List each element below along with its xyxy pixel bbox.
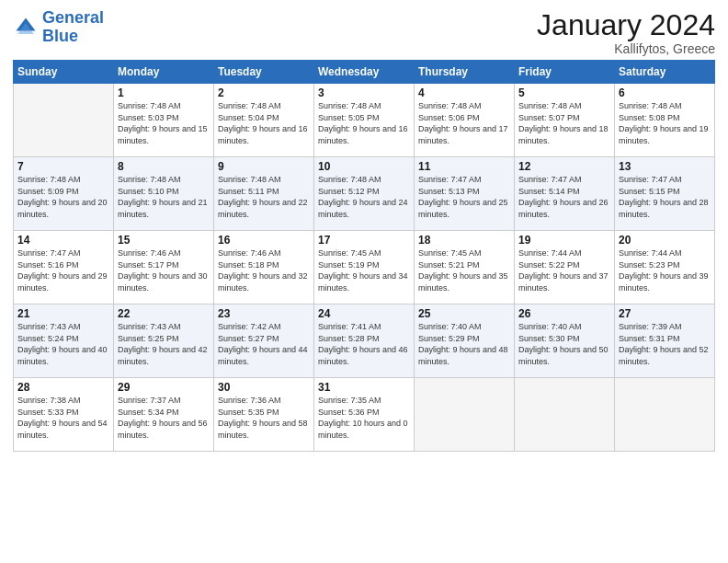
calendar-cell: 13Sunrise: 7:47 AMSunset: 5:15 PMDayligh… — [615, 157, 715, 231]
calendar-cell: 27Sunrise: 7:39 AMSunset: 5:31 PMDayligh… — [615, 304, 715, 378]
logo: General Blue — [13, 9, 104, 46]
logo-icon — [13, 15, 39, 40]
day-info: Sunrise: 7:40 AMSunset: 5:29 PMDaylight:… — [418, 321, 510, 367]
day-number: 25 — [418, 307, 510, 320]
calendar-cell: 21Sunrise: 7:43 AMSunset: 5:24 PMDayligh… — [14, 304, 114, 378]
calendar-cell — [14, 84, 114, 157]
calendar-cell: 7Sunrise: 7:48 AMSunset: 5:09 PMDaylight… — [14, 157, 114, 231]
calendar-cell: 9Sunrise: 7:48 AMSunset: 5:11 PMDaylight… — [214, 157, 314, 231]
calendar-cell: 1Sunrise: 7:48 AMSunset: 5:03 PMDaylight… — [114, 84, 214, 157]
calendar-week-row: 14Sunrise: 7:47 AMSunset: 5:16 PMDayligh… — [14, 231, 715, 304]
day-number: 6 — [619, 86, 711, 99]
calendar-title: January 2024 — [537, 9, 715, 41]
day-info: Sunrise: 7:47 AMSunset: 5:15 PMDaylight:… — [619, 174, 711, 220]
day-number: 14 — [17, 234, 109, 247]
day-number: 29 — [118, 381, 210, 394]
header-row: General Blue January 2024 Kallifytos, Gr… — [13, 9, 715, 56]
day-info: Sunrise: 7:43 AMSunset: 5:24 PMDaylight:… — [17, 321, 109, 367]
calendar-cell: 14Sunrise: 7:47 AMSunset: 5:16 PMDayligh… — [14, 231, 114, 304]
day-number: 31 — [318, 381, 410, 394]
logo-line1: General — [42, 8, 104, 27]
day-number: 17 — [318, 234, 410, 247]
calendar-cell: 24Sunrise: 7:41 AMSunset: 5:28 PMDayligh… — [314, 304, 415, 378]
logo-line2: Blue — [42, 27, 78, 45]
day-number: 18 — [418, 234, 510, 247]
day-info: Sunrise: 7:47 AMSunset: 5:13 PMDaylight:… — [418, 174, 510, 220]
day-info: Sunrise: 7:47 AMSunset: 5:16 PMDaylight:… — [17, 247, 109, 293]
calendar-cell: 30Sunrise: 7:36 AMSunset: 5:35 PMDayligh… — [214, 378, 314, 452]
calendar-week-row: 21Sunrise: 7:43 AMSunset: 5:24 PMDayligh… — [14, 304, 715, 378]
calendar-cell: 11Sunrise: 7:47 AMSunset: 5:13 PMDayligh… — [415, 157, 515, 231]
calendar-cell — [515, 378, 615, 452]
day-number: 9 — [218, 160, 310, 173]
day-info: Sunrise: 7:40 AMSunset: 5:30 PMDaylight:… — [518, 321, 610, 367]
day-info: Sunrise: 7:48 AMSunset: 5:09 PMDaylight:… — [17, 174, 109, 220]
day-number: 5 — [518, 86, 610, 99]
day-number: 13 — [619, 160, 711, 173]
day-info: Sunrise: 7:48 AMSunset: 5:03 PMDaylight:… — [118, 100, 210, 146]
day-number: 8 — [118, 160, 210, 173]
weekday-header-tuesday: Tuesday — [214, 61, 314, 84]
weekday-header-wednesday: Wednesday — [314, 61, 415, 84]
day-number: 19 — [518, 234, 610, 247]
day-number: 1 — [118, 86, 210, 99]
weekday-header-sunday: Sunday — [14, 61, 114, 84]
day-info: Sunrise: 7:42 AMSunset: 5:27 PMDaylight:… — [218, 321, 310, 367]
day-info: Sunrise: 7:44 AMSunset: 5:23 PMDaylight:… — [619, 247, 711, 293]
day-number: 26 — [518, 307, 610, 320]
calendar-cell: 2Sunrise: 7:48 AMSunset: 5:04 PMDaylight… — [214, 84, 314, 157]
calendar-cell: 3Sunrise: 7:48 AMSunset: 5:05 PMDaylight… — [314, 84, 415, 157]
day-info: Sunrise: 7:48 AMSunset: 5:06 PMDaylight:… — [418, 100, 510, 146]
calendar-cell: 20Sunrise: 7:44 AMSunset: 5:23 PMDayligh… — [615, 231, 715, 304]
day-number: 16 — [218, 234, 310, 247]
day-info: Sunrise: 7:45 AMSunset: 5:21 PMDaylight:… — [418, 247, 510, 293]
calendar-week-row: 1Sunrise: 7:48 AMSunset: 5:03 PMDaylight… — [14, 84, 715, 157]
calendar-cell: 25Sunrise: 7:40 AMSunset: 5:29 PMDayligh… — [415, 304, 515, 378]
calendar-cell: 19Sunrise: 7:44 AMSunset: 5:22 PMDayligh… — [515, 231, 615, 304]
day-number: 20 — [619, 234, 711, 247]
day-info: Sunrise: 7:46 AMSunset: 5:18 PMDaylight:… — [218, 247, 310, 293]
calendar-cell: 18Sunrise: 7:45 AMSunset: 5:21 PMDayligh… — [415, 231, 515, 304]
day-info: Sunrise: 7:44 AMSunset: 5:22 PMDaylight:… — [518, 247, 610, 293]
day-number: 12 — [518, 160, 610, 173]
weekday-header-thursday: Thursday — [415, 61, 515, 84]
weekday-header-saturday: Saturday — [615, 61, 715, 84]
page-container: General Blue January 2024 Kallifytos, Gr… — [0, 0, 728, 459]
day-number: 15 — [118, 234, 210, 247]
weekday-header-monday: Monday — [114, 61, 214, 84]
day-info: Sunrise: 7:39 AMSunset: 5:31 PMDaylight:… — [619, 321, 711, 367]
calendar-cell: 17Sunrise: 7:45 AMSunset: 5:19 PMDayligh… — [314, 231, 415, 304]
day-info: Sunrise: 7:38 AMSunset: 5:33 PMDaylight:… — [17, 395, 109, 441]
calendar-cell: 26Sunrise: 7:40 AMSunset: 5:30 PMDayligh… — [515, 304, 615, 378]
day-info: Sunrise: 7:48 AMSunset: 5:07 PMDaylight:… — [518, 100, 610, 146]
day-number: 10 — [318, 160, 410, 173]
day-number: 22 — [118, 307, 210, 320]
day-number: 3 — [318, 86, 410, 99]
day-info: Sunrise: 7:35 AMSunset: 5:36 PMDaylight:… — [318, 395, 410, 441]
calendar-cell: 6Sunrise: 7:48 AMSunset: 5:08 PMDaylight… — [615, 84, 715, 157]
day-number: 21 — [17, 307, 109, 320]
day-info: Sunrise: 7:45 AMSunset: 5:19 PMDaylight:… — [318, 247, 410, 293]
calendar-subtitle: Kallifytos, Greece — [537, 41, 715, 56]
logo-text: General Blue — [42, 9, 104, 46]
day-info: Sunrise: 7:47 AMSunset: 5:14 PMDaylight:… — [518, 174, 610, 220]
calendar-cell: 10Sunrise: 7:48 AMSunset: 5:12 PMDayligh… — [314, 157, 415, 231]
calendar-cell: 4Sunrise: 7:48 AMSunset: 5:06 PMDaylight… — [415, 84, 515, 157]
calendar-cell: 12Sunrise: 7:47 AMSunset: 5:14 PMDayligh… — [515, 157, 615, 231]
day-number: 30 — [218, 381, 310, 394]
day-info: Sunrise: 7:48 AMSunset: 5:04 PMDaylight:… — [218, 100, 310, 146]
calendar-table: SundayMondayTuesdayWednesdayThursdayFrid… — [13, 60, 715, 452]
calendar-cell: 8Sunrise: 7:48 AMSunset: 5:10 PMDaylight… — [114, 157, 214, 231]
day-number: 24 — [318, 307, 410, 320]
day-info: Sunrise: 7:48 AMSunset: 5:10 PMDaylight:… — [118, 174, 210, 220]
day-number: 28 — [17, 381, 109, 394]
day-info: Sunrise: 7:36 AMSunset: 5:35 PMDaylight:… — [218, 395, 310, 441]
weekday-header-row: SundayMondayTuesdayWednesdayThursdayFrid… — [14, 61, 715, 84]
day-info: Sunrise: 7:48 AMSunset: 5:12 PMDaylight:… — [318, 174, 410, 220]
day-info: Sunrise: 7:41 AMSunset: 5:28 PMDaylight:… — [318, 321, 410, 367]
day-number: 7 — [17, 160, 109, 173]
calendar-cell: 29Sunrise: 7:37 AMSunset: 5:34 PMDayligh… — [114, 378, 214, 452]
day-info: Sunrise: 7:48 AMSunset: 5:11 PMDaylight:… — [218, 174, 310, 220]
calendar-week-row: 28Sunrise: 7:38 AMSunset: 5:33 PMDayligh… — [14, 378, 715, 452]
calendar-cell: 16Sunrise: 7:46 AMSunset: 5:18 PMDayligh… — [214, 231, 314, 304]
